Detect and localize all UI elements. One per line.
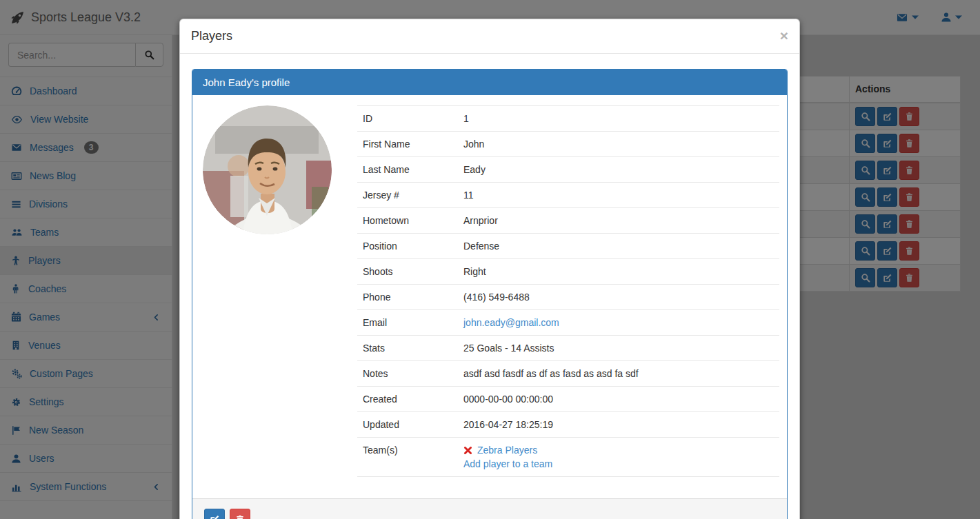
field-label: Updated	[357, 412, 458, 438]
field-label: Position	[357, 234, 458, 259]
field-label: Notes	[357, 361, 458, 387]
field-label: Jersey #	[357, 183, 458, 208]
field-row-jersey: Jersey #11	[357, 183, 779, 208]
field-value: John	[458, 132, 779, 157]
add-player-to-team-link[interactable]: Add player to a team	[463, 458, 552, 469]
field-label: Last Name	[357, 157, 458, 183]
field-row-updated: Updated2016-04-27 18:25:19	[357, 412, 779, 438]
modal-header: × Players	[180, 19, 799, 54]
profile-panel-heading: John Eady's profile	[192, 70, 787, 95]
delete-player-button[interactable]	[230, 509, 250, 519]
field-label: First Name	[357, 132, 458, 157]
field-value: Arnprior	[458, 208, 779, 234]
profile-panel: John Eady's profile	[192, 69, 788, 519]
profile-panel-footer	[192, 498, 787, 519]
field-value: 0000-00-00 00:00:00	[458, 387, 779, 412]
email-link[interactable]: john.eady@gmail.com	[463, 317, 559, 328]
trash-icon	[235, 514, 245, 519]
edit-player-button[interactable]	[204, 509, 225, 519]
field-row-first-name: First NameJohn	[357, 132, 779, 157]
field-value: asdf asd fasdf as df as fasd as asd fa s…	[458, 361, 779, 387]
field-row-position: PositionDefense	[357, 234, 779, 259]
field-row-last-name: Last NameEady	[357, 157, 779, 183]
field-label: Team(s)	[357, 438, 458, 477]
edit-icon	[210, 514, 220, 519]
remove-team-icon[interactable]	[463, 446, 472, 455]
field-row-phone: Phone(416) 549-6488	[357, 285, 779, 310]
app-window: Sports League V3.2 Dashboard	[0, 0, 980, 519]
field-label: Phone	[357, 285, 458, 310]
field-value: Right	[458, 259, 779, 285]
team-link[interactable]: Zebra Players	[477, 443, 537, 457]
modal-title: Players	[191, 29, 232, 43]
field-value: 1	[458, 106, 779, 132]
field-value: Eady	[458, 157, 779, 183]
field-label: Shoots	[357, 259, 458, 285]
field-value: 2016-04-27 18:25:19	[458, 412, 779, 438]
field-value: 11	[458, 183, 779, 208]
avatar	[203, 105, 332, 234]
field-label: Created	[357, 387, 458, 412]
field-value: Defense	[458, 234, 779, 259]
profile-fields-table: ID1 First NameJohn Last NameEady Jersey …	[357, 105, 779, 477]
field-label: Stats	[357, 336, 458, 361]
field-row-email: Emailjohn.eady@gmail.com	[357, 310, 779, 336]
field-value: (416) 549-6488	[458, 285, 779, 310]
field-value: 25 Goals - 14 Assists	[458, 336, 779, 361]
field-row-notes: Notesasdf asd fasdf as df as fasd as asd…	[357, 361, 779, 387]
close-icon[interactable]: ×	[780, 29, 788, 43]
field-row-created: Created0000-00-00 00:00:00	[357, 387, 779, 412]
field-row-id: ID1	[357, 106, 779, 132]
field-row-hometown: HometownArnprior	[357, 208, 779, 234]
modal-body: John Eady's profile	[180, 54, 799, 519]
field-row-teams: Team(s) Zebra Players Add player to a te…	[357, 438, 779, 477]
players-modal: × Players John Eady's profile	[179, 19, 800, 519]
field-label: ID	[357, 106, 458, 132]
field-label: Email	[357, 310, 458, 336]
field-row-shoots: ShootsRight	[357, 259, 779, 285]
field-label: Hometown	[357, 208, 458, 234]
profile-panel-body: ID1 First NameJohn Last NameEady Jersey …	[192, 95, 787, 498]
field-row-stats: Stats25 Goals - 14 Assists	[357, 336, 779, 361]
